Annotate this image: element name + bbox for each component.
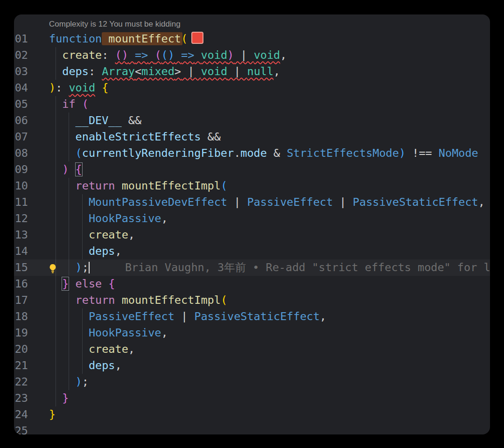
- code-line[interactable]: 17 return mountEffectImpl(: [14, 292, 490, 308]
- git-blame-annotation: Brian Vaughn, 3年前 • Re-add "strict effec…: [125, 261, 490, 274]
- code-line[interactable]: 15 );Brian Vaughn, 3年前 • Re-add "strict …: [14, 259, 490, 276]
- text-cursor: [89, 262, 90, 273]
- error-squiggle: void: [69, 81, 95, 94]
- code-line[interactable]: 14 deps,: [14, 243, 490, 259]
- code-line-text[interactable]: create,: [49, 341, 135, 357]
- line-number[interactable]: 07: [14, 129, 28, 145]
- code-line-text[interactable]: PassiveEffect | PassiveStaticEffect,: [49, 308, 326, 325]
- code-line[interactable]: 13 create,: [14, 227, 490, 243]
- code-line-text[interactable]: return mountEffectImpl(: [49, 292, 227, 308]
- line-number[interactable]: 15: [14, 259, 28, 276]
- line-number[interactable]: 10: [14, 178, 28, 194]
- red-square-icon: [191, 32, 203, 44]
- code-line[interactable]: 05 if (: [14, 96, 490, 112]
- bracket-match: {: [76, 163, 82, 176]
- code-line[interactable]: 23 }: [14, 390, 490, 406]
- code-line[interactable]: 01function mountEffect(: [14, 31, 490, 47]
- code-line[interactable]: 21 deps,: [14, 357, 490, 374]
- code-line[interactable]: 18 PassiveEffect | PassiveStaticEffect,: [14, 308, 490, 325]
- code-line[interactable]: 04): void {: [14, 80, 490, 96]
- line-number[interactable]: 22: [14, 374, 28, 390]
- code-line[interactable]: 11 MountPassiveDevEffect | PassiveEffect…: [14, 194, 490, 210]
- code-line[interactable]: 20 create,: [14, 341, 490, 357]
- code-line-text[interactable]: deps,: [49, 357, 122, 374]
- code-line-text[interactable]: ): void {: [49, 80, 108, 96]
- error-squiggle: Array<mixed> | void | null: [102, 65, 273, 78]
- line-number[interactable]: 01: [14, 31, 28, 47]
- line-number[interactable]: 21: [14, 357, 28, 374]
- code-line-text[interactable]: }: [49, 390, 69, 406]
- code-line-text[interactable]: (currentlyRenderingFiber.mode & StrictEf…: [49, 145, 478, 161]
- line-number[interactable]: 09: [14, 161, 28, 178]
- line-number[interactable]: 23: [14, 390, 28, 406]
- line-number[interactable]: 11: [14, 194, 28, 210]
- code-line-text[interactable]: deps: Array<mixed> | void | null,: [49, 63, 280, 80]
- line-number[interactable]: 25: [14, 423, 28, 434]
- code-line[interactable]: 25: [14, 423, 490, 434]
- code-area[interactable]: 01function mountEffect(02 create: () => …: [14, 31, 490, 434]
- code-line-text[interactable]: HookPassive,: [49, 325, 168, 341]
- line-number[interactable]: 03: [14, 63, 28, 80]
- word-highlight: mountEffect: [102, 32, 181, 45]
- code-line-text[interactable]: create,: [49, 227, 135, 243]
- code-line-text[interactable]: enableStrictEffects &&: [49, 129, 221, 145]
- line-number[interactable]: 12: [14, 210, 28, 227]
- code-line-text[interactable]: );: [49, 374, 89, 390]
- bracket-match: }: [62, 277, 69, 290]
- code-line[interactable]: 08 (currentlyRenderingFiber.mode & Stric…: [14, 145, 490, 161]
- line-number[interactable]: 16: [14, 276, 28, 292]
- error-squiggle: () => (() => void) | void: [115, 49, 280, 62]
- line-number[interactable]: 02: [14, 47, 28, 63]
- line-number[interactable]: 04: [14, 80, 28, 96]
- code-line[interactable]: 10 return mountEffectImpl(: [14, 178, 490, 194]
- code-line-text[interactable]: ) {: [49, 161, 82, 178]
- code-line-text[interactable]: }: [49, 406, 56, 423]
- line-number[interactable]: 17: [14, 292, 28, 308]
- line-number[interactable]: 18: [14, 308, 28, 325]
- code-line[interactable]: 22 );: [14, 374, 490, 390]
- line-number[interactable]: 20: [14, 341, 28, 357]
- code-line-text[interactable]: return mountEffectImpl(: [49, 178, 227, 194]
- line-number[interactable]: 19: [14, 325, 28, 341]
- code-line-text[interactable]: );Brian Vaughn, 3年前 • Re-add "strict eff…: [49, 259, 490, 276]
- code-line[interactable]: 19 HookPassive,: [14, 325, 490, 341]
- code-line[interactable]: 03 deps: Array<mixed> | void | null,: [14, 63, 490, 80]
- code-line-text[interactable]: deps,: [49, 243, 122, 259]
- code-line-text[interactable]: HookPassive,: [49, 210, 168, 227]
- line-number[interactable]: 24: [14, 406, 28, 423]
- code-line[interactable]: 24}: [14, 406, 490, 423]
- code-line-text[interactable]: function mountEffect(: [49, 31, 203, 47]
- code-line[interactable]: 06 __DEV__ &&: [14, 112, 490, 129]
- code-line-text[interactable]: MountPassiveDevEffect | PassiveEffect | …: [49, 194, 485, 210]
- code-editor-window: Complexity is 12 You must be kidding 01f…: [14, 14, 490, 434]
- line-number[interactable]: 05: [14, 96, 28, 112]
- line-number[interactable]: 14: [14, 243, 28, 259]
- code-line[interactable]: 07 enableStrictEffects &&: [14, 129, 490, 145]
- code-line[interactable]: 02 create: () => (() => void) | void,: [14, 47, 490, 63]
- line-number[interactable]: 08: [14, 145, 28, 161]
- codelens-complexity[interactable]: Complexity is 12 You must be kidding: [49, 18, 181, 30]
- code-line-text[interactable]: } else {: [49, 276, 115, 292]
- code-line-text[interactable]: if (: [49, 96, 89, 112]
- code-line-text[interactable]: create: () => (() => void) | void,: [49, 47, 287, 63]
- line-number[interactable]: 13: [14, 227, 28, 243]
- code-line[interactable]: 16 } else {: [14, 276, 490, 292]
- line-number[interactable]: 06: [14, 112, 28, 129]
- code-line[interactable]: 09 ) {: [14, 161, 490, 178]
- code-line-text[interactable]: __DEV__ &&: [49, 112, 141, 129]
- code-line[interactable]: 12 HookPassive,: [14, 210, 490, 227]
